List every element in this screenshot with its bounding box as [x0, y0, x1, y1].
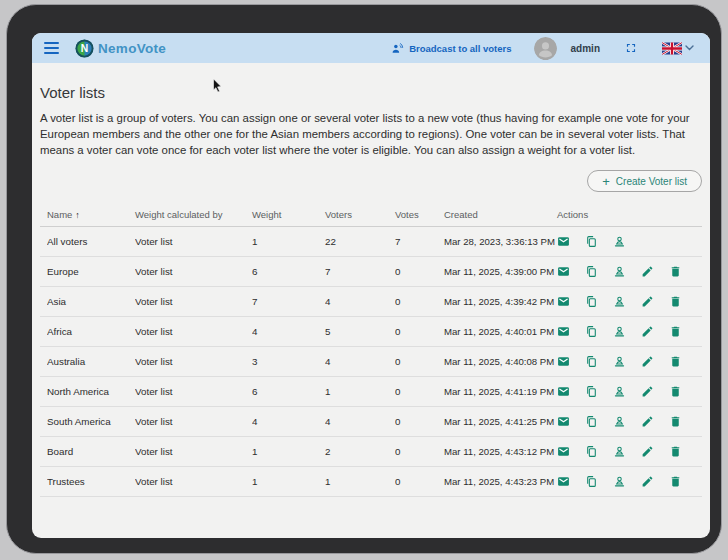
voter-list-name: Europe — [47, 266, 135, 277]
manage-voters-icon[interactable] — [613, 325, 626, 338]
email-icon[interactable] — [557, 265, 570, 278]
column-header-votes[interactable]: Votes — [395, 209, 444, 220]
edit-icon[interactable] — [641, 415, 654, 428]
table-row: Africa Voter list 4 5 0 Mar 11, 2025, 4:… — [40, 317, 702, 347]
created-timestamp: Mar 11, 2025, 4:39:42 PM — [444, 296, 557, 307]
manage-voters-icon[interactable] — [613, 445, 626, 458]
edit-icon[interactable] — [641, 475, 654, 488]
table-row: Australia Voter list 3 4 0 Mar 11, 2025,… — [40, 347, 702, 377]
email-icon[interactable] — [557, 475, 570, 488]
voters-count: 4 — [325, 356, 395, 367]
voters-count: 22 — [325, 236, 395, 247]
votes-count: 7 — [395, 236, 444, 247]
column-header-created[interactable]: Created — [444, 209, 557, 220]
menu-icon[interactable] — [44, 42, 59, 54]
duplicate-icon[interactable] — [585, 295, 598, 308]
voter-list-name: North America — [47, 386, 135, 397]
email-icon[interactable] — [557, 385, 570, 398]
voters-count: 5 — [325, 326, 395, 337]
delete-icon[interactable] — [669, 265, 682, 278]
delete-icon[interactable] — [669, 385, 682, 398]
manage-voters-icon[interactable] — [613, 475, 626, 488]
delete-icon[interactable] — [669, 295, 682, 308]
delete-icon[interactable] — [669, 475, 682, 488]
votes-count: 0 — [395, 476, 444, 487]
email-icon[interactable] — [557, 355, 570, 368]
table-body: All voters Voter list 1 22 7 Mar 28, 202… — [40, 227, 702, 497]
weight-value: 4 — [252, 416, 325, 427]
avatar[interactable] — [534, 37, 557, 60]
manage-voters-icon[interactable] — [613, 295, 626, 308]
voter-list-name: Trustees — [47, 476, 135, 487]
voter-list-name: All voters — [47, 236, 135, 247]
delete-icon[interactable] — [669, 445, 682, 458]
votes-count: 0 — [395, 326, 444, 337]
manage-voters-icon[interactable] — [613, 265, 626, 278]
toolbar: + Create Voter list — [40, 170, 702, 192]
table-header-row: Name↑ Weight calculated by Weight Voters… — [40, 203, 702, 227]
email-icon[interactable] — [557, 235, 570, 248]
edit-icon[interactable] — [641, 445, 654, 458]
row-actions — [557, 265, 702, 278]
column-header-voters[interactable]: Voters — [325, 209, 395, 220]
language-selector[interactable] — [662, 42, 694, 55]
column-header-name[interactable]: Name↑ — [47, 209, 135, 220]
manage-voters-icon[interactable] — [613, 235, 626, 248]
table-row: Europe Voter list 6 7 0 Mar 11, 2025, 4:… — [40, 257, 702, 287]
duplicate-icon[interactable] — [585, 265, 598, 278]
page-description: A voter list is a group of voters. You c… — [40, 110, 702, 158]
voter-lists-table: Name↑ Weight calculated by Weight Voters… — [40, 203, 702, 497]
row-actions — [557, 325, 702, 338]
email-icon[interactable] — [557, 415, 570, 428]
created-timestamp: Mar 11, 2025, 4:41:19 PM — [444, 386, 557, 397]
duplicate-icon[interactable] — [585, 325, 598, 338]
username[interactable]: admin — [571, 43, 600, 54]
fullscreen-icon[interactable] — [624, 41, 638, 55]
weight-calculated-by-value: Voter list — [135, 236, 252, 247]
manage-voters-icon[interactable] — [613, 415, 626, 428]
column-header-weight[interactable]: Weight — [252, 209, 325, 220]
voters-count: 2 — [325, 446, 395, 457]
weight-value: 6 — [252, 266, 325, 277]
manage-voters-icon[interactable] — [613, 355, 626, 368]
duplicate-icon[interactable] — [585, 355, 598, 368]
manage-voters-icon[interactable] — [613, 385, 626, 398]
create-voter-list-button[interactable]: + Create Voter list — [587, 170, 702, 192]
edit-icon[interactable] — [641, 325, 654, 338]
edit-icon[interactable] — [641, 265, 654, 278]
weight-calculated-by-value: Voter list — [135, 476, 252, 487]
email-icon[interactable] — [557, 325, 570, 338]
brand[interactable]: N NemoVote — [75, 39, 166, 58]
created-timestamp: Mar 11, 2025, 4:40:01 PM — [444, 326, 557, 337]
table-row: All voters Voter list 1 22 7 Mar 28, 202… — [40, 227, 702, 257]
votes-count: 0 — [395, 356, 444, 367]
duplicate-icon[interactable] — [585, 385, 598, 398]
duplicate-icon[interactable] — [585, 445, 598, 458]
tablet-bezel: N NemoVote Broadcast to all voters — [6, 4, 722, 554]
broadcast-button[interactable]: Broadcast to all voters — [391, 42, 511, 55]
broadcast-icon — [391, 42, 404, 55]
row-actions — [557, 355, 702, 368]
email-icon[interactable] — [557, 445, 570, 458]
edit-icon[interactable] — [641, 355, 654, 368]
brand-name: NemoVote — [98, 41, 166, 56]
duplicate-icon[interactable] — [585, 235, 598, 248]
email-icon[interactable] — [557, 295, 570, 308]
created-timestamp: Mar 11, 2025, 4:43:12 PM — [444, 446, 557, 457]
duplicate-icon[interactable] — [585, 475, 598, 488]
row-actions — [557, 475, 702, 488]
edit-icon[interactable] — [641, 295, 654, 308]
delete-icon[interactable] — [669, 325, 682, 338]
voters-count: 1 — [325, 386, 395, 397]
weight-calculated-by-value: Voter list — [135, 296, 252, 307]
delete-icon[interactable] — [669, 355, 682, 368]
votes-count: 0 — [395, 266, 444, 277]
voters-count: 4 — [325, 296, 395, 307]
edit-icon[interactable] — [641, 385, 654, 398]
voters-count: 1 — [325, 476, 395, 487]
delete-icon[interactable] — [669, 415, 682, 428]
nemovote-logo-icon: N — [75, 39, 94, 58]
duplicate-icon[interactable] — [585, 415, 598, 428]
column-header-weight-calculated-by[interactable]: Weight calculated by — [135, 209, 252, 220]
voter-list-name: Africa — [47, 326, 135, 337]
